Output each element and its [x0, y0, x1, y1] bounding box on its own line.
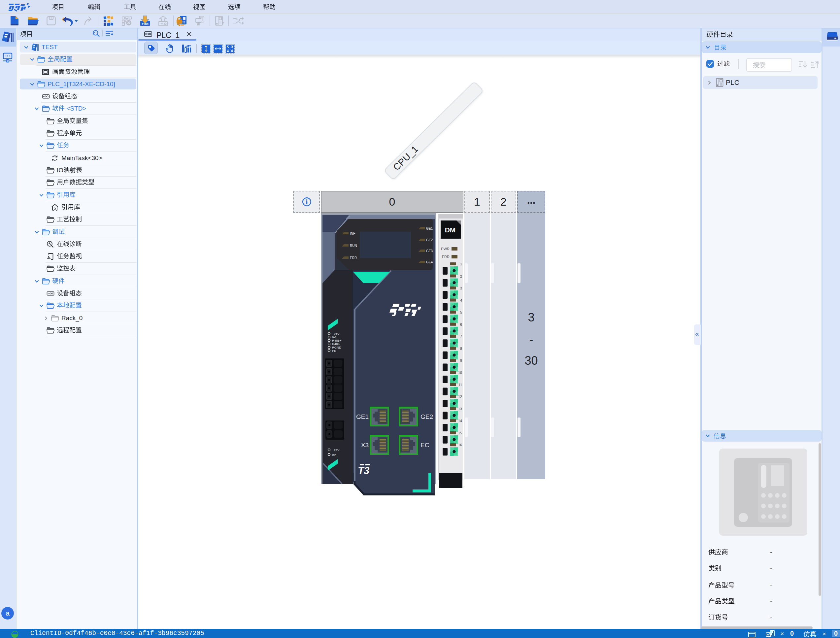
svg-text:10: 10	[458, 371, 462, 374]
svg-text:13: 13	[458, 407, 462, 411]
svg-text:8: 8	[460, 347, 462, 351]
svg-text:ERR: ERR	[442, 255, 450, 259]
svg-text:12: 12	[458, 395, 462, 399]
svg-text:PE: PE	[332, 349, 336, 352]
svg-text:GE4: GE4	[426, 261, 433, 264]
svg-text:GE1: GE1	[356, 413, 369, 420]
svg-text:GE2: GE2	[420, 413, 433, 420]
svg-text:PWR: PWR	[441, 247, 450, 251]
svg-text:+24V: +24V	[332, 448, 339, 452]
svg-text:X3: X3	[361, 442, 369, 448]
svg-text:7: 7	[460, 334, 462, 338]
svg-text:EC: EC	[420, 442, 429, 448]
svg-text:5: 5	[460, 310, 462, 314]
svg-text:1100: 1100	[142, 22, 148, 26]
svg-text:14: 14	[458, 419, 462, 423]
svg-text:DM: DM	[445, 226, 456, 234]
svg-text:16: 16	[458, 443, 462, 447]
svg-text:ERR: ERR	[350, 256, 357, 260]
svg-text:GE3: GE3	[426, 249, 433, 253]
svg-text:6: 6	[460, 322, 462, 327]
svg-text:0V: 0V	[332, 453, 336, 456]
svg-text:INF: INF	[350, 232, 355, 235]
svg-text:3: 3	[460, 286, 462, 290]
svg-text:9: 9	[460, 358, 462, 362]
svg-text:T3: T3	[357, 465, 371, 476]
svg-text:1: 1	[460, 262, 462, 266]
svg-text:2: 2	[460, 274, 462, 278]
svg-text:11: 11	[458, 383, 462, 387]
svg-text:RUN: RUN	[350, 244, 357, 248]
svg-text:15: 15	[458, 431, 462, 435]
svg-text:GE1: GE1	[426, 227, 433, 231]
svg-text:4: 4	[460, 298, 462, 302]
svg-text:GE2: GE2	[426, 238, 433, 242]
